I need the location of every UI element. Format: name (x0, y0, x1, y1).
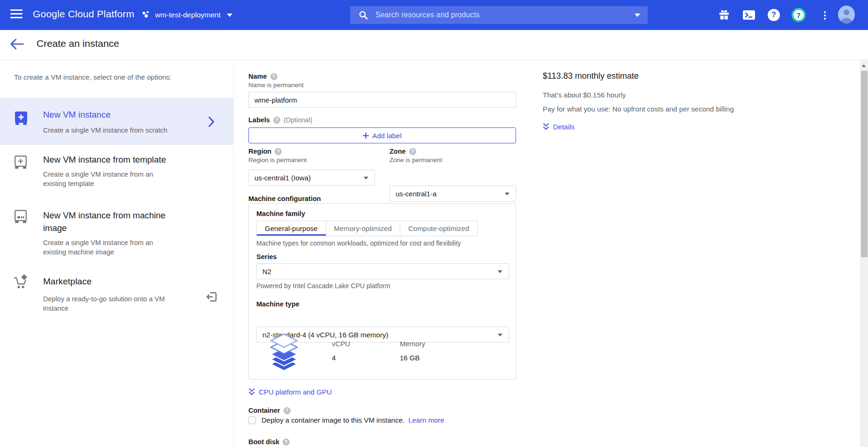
estimate-title: $113.83 monthly estimate (543, 71, 639, 81)
sidebar-item-description: Deploy a ready-to-go solution onto a VM … (43, 294, 165, 313)
layers-icon (266, 333, 302, 372)
search-bar[interactable] (350, 6, 648, 24)
vm-plus-icon (15, 112, 28, 125)
container-checkbox[interactable] (248, 417, 256, 424)
series-select[interactable]: N2 (256, 263, 509, 279)
region-help-icon[interactable] (275, 148, 282, 155)
sidebar-item-title: New VM instance from template (43, 155, 166, 165)
labels-help-icon[interactable] (273, 117, 280, 124)
region-label: Region (248, 148, 282, 155)
help-button[interactable]: ? (765, 7, 782, 23)
sidebar-item-description: Create a single VM instance from an exis… (43, 170, 160, 188)
more-options-button[interactable] (816, 7, 833, 23)
scrollbar-thumb[interactable] (861, 71, 868, 257)
expand-more-icon (543, 123, 549, 131)
estimate-billing-note: Pay for what you use: No upfront costs a… (543, 105, 734, 113)
sidebar-item-title: New VM instance (43, 110, 111, 120)
template-icon (15, 156, 27, 169)
container-help-icon[interactable] (284, 407, 291, 414)
sidebar-item-title: New VM instance from machine image (43, 209, 188, 234)
top-app-bar: Google Cloud Platform wm-test-deployment… (0, 0, 868, 30)
zone-select[interactable]: us-central1-a (389, 186, 516, 201)
instance-form: Name Name is permanent Labels (Optional)… (248, 60, 516, 447)
vertical-scrollbar[interactable] (860, 60, 868, 447)
creation-options-sidebar: To create a VM instance, select one of t… (0, 60, 234, 447)
gcp-logo[interactable]: Google Cloud Platform (33, 8, 135, 20)
estimate-details-expander[interactable]: Details (543, 123, 575, 131)
sidebar-intro: To create a VM instance, select one of t… (14, 73, 172, 81)
expand-more-icon (248, 388, 255, 396)
open-in-marketplace-icon (205, 291, 218, 303)
memory-label: Memory (400, 340, 425, 348)
labels-label: Labels (Optional) (248, 116, 312, 124)
chevron-down-icon (227, 14, 232, 17)
notification-badge: 7 (792, 8, 806, 22)
tab-description: Machine types for common workloads, opti… (256, 239, 461, 247)
tab-general-purpose[interactable]: General-purpose (256, 221, 326, 236)
zone-note: Zone is permanent (389, 156, 442, 164)
memory-value: 16 GB (400, 354, 420, 362)
series-note: Powered by Intel Cascade Lake CPU platfo… (256, 282, 390, 290)
machine-family-label: Machine family (256, 210, 305, 217)
sidebar-item-title: Marketplace (43, 276, 92, 287)
container-checkbox-text: Deploy a container image to this VM inst… (262, 416, 404, 424)
terminal-icon (742, 10, 756, 20)
name-help-icon[interactable] (270, 73, 277, 80)
cpu-platform-gpu-expander[interactable]: CPU platform and GPU (248, 388, 332, 396)
menu-icon[interactable] (10, 9, 22, 20)
marketplace-cart-icon (13, 275, 28, 290)
sidebar-item-description: Create a single VM instance from an exis… (43, 238, 160, 257)
plus-icon (363, 133, 369, 139)
notifications-button[interactable]: 7 (790, 7, 807, 23)
notification-count: 7 (797, 11, 801, 19)
scroll-up-arrow[interactable] (862, 64, 866, 67)
search-icon (359, 10, 368, 20)
estimate-hourly: That's about $0.156 hourly (543, 91, 626, 99)
vcpu-label: vCPU (332, 340, 350, 348)
tab-compute-optimized[interactable]: Compute-optimized (400, 221, 478, 236)
project-icon (141, 10, 151, 20)
account-button[interactable] (838, 6, 855, 23)
name-label: Name (248, 73, 277, 80)
chevron-right-icon (208, 116, 215, 127)
zone-help-icon[interactable] (409, 148, 416, 155)
cloud-shell-button[interactable] (741, 7, 757, 23)
project-name: wm-test-deployment (155, 11, 221, 19)
labels-optional: (Optional) (284, 116, 312, 124)
page-header: Create an instance (0, 30, 868, 60)
name-note: Name is permanent (248, 82, 304, 89)
machine-config-card: Machine family General-purpose Memory-op… (248, 203, 516, 380)
machine-type-label: Machine type (256, 300, 299, 308)
help-icon: ? (768, 9, 780, 21)
region-note: Region is permanent (248, 156, 307, 164)
back-button[interactable] (9, 37, 25, 52)
series-label: Series (256, 253, 277, 261)
machine-family-tabs: General-purpose Memory-optimized Compute… (256, 221, 478, 236)
add-label-button[interactable]: Add label (248, 127, 516, 143)
sidebar-item-description: Create a single VM instance from scratch (43, 126, 167, 135)
page-title: Create an instance (37, 38, 119, 49)
machine-image-icon (15, 210, 27, 224)
avatar (838, 6, 855, 23)
search-dropdown-icon[interactable] (635, 14, 640, 17)
search-input[interactable] (375, 11, 627, 19)
zone-label: Zone (389, 148, 416, 155)
whats-new-button[interactable] (716, 7, 733, 23)
name-input[interactable] (248, 92, 516, 108)
sidebar-item-new-vm-instance[interactable]: New VM instance Create a single VM insta… (0, 98, 234, 145)
vcpu-value: 4 (332, 354, 336, 362)
tab-memory-optimized[interactable]: Memory-optimized (326, 221, 400, 236)
region-select[interactable]: us-central1 (Iowa) (248, 170, 375, 186)
back-arrow-icon (9, 37, 24, 51)
container-learn-more-link[interactable]: Learn more (408, 416, 444, 424)
gift-icon (718, 9, 730, 21)
container-label: Container (248, 407, 291, 414)
boot-disk-help-icon[interactable] (283, 439, 290, 446)
boot-disk-label: Boot disk (248, 438, 290, 446)
project-picker[interactable]: wm-test-deployment (141, 7, 232, 23)
machine-config-heading: Machine configuration (248, 195, 321, 202)
